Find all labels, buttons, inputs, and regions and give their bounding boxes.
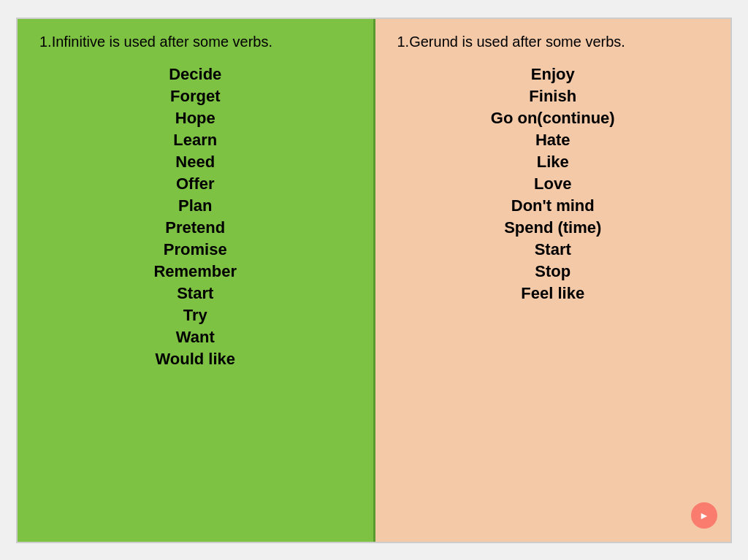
left-verb-item: Try [183,306,207,325]
left-verb-item: Plan [178,196,212,215]
right-verb-item: Start [535,240,571,259]
right-verb-item: Like [537,153,569,172]
left-verb-item: Decide [169,65,221,84]
right-verb-item: Love [534,174,571,193]
left-verb-item: Promise [164,240,227,259]
left-verb-item: Forget [170,87,220,106]
left-verb-item: Need [175,153,215,172]
left-verb-list: DecideForgetHopeLearnNeedOfferPlanPreten… [39,65,351,369]
slide-indicator: ► [691,502,717,529]
right-verb-item: Feel like [521,284,584,303]
left-column: 1.Infinitive is used after some verbs. D… [18,19,375,542]
right-column: 1.Gerund is used after some verbs. Enjoy… [375,19,731,542]
right-verb-item: Enjoy [531,65,575,84]
right-verb-item: Go on(continue) [491,109,615,128]
slide-container: 1.Infinitive is used after some verbs. D… [16,18,732,543]
left-verb-item: Hope [175,109,215,128]
right-verb-item: Stop [535,262,570,281]
right-verb-item: Finish [529,87,576,106]
slide-wrapper: 1.Infinitive is used after some verbs. D… [16,18,732,543]
right-header: 1.Gerund is used after some verbs. [397,34,709,50]
left-verb-item: Want [176,328,215,347]
left-verb-item: Would like [155,350,235,369]
two-column-layout: 1.Infinitive is used after some verbs. D… [18,19,730,542]
left-header: 1.Infinitive is used after some verbs. [39,34,351,50]
right-verb-item: Hate [535,131,570,150]
left-verb-item: Start [177,284,213,303]
left-verb-item: Learn [173,131,217,150]
right-verb-item: Spend (time) [504,218,601,237]
left-verb-item: Remember [153,262,237,281]
right-verb-list: EnjoyFinishGo on(continue)HateLikeLoveDo… [397,65,709,303]
right-verb-item: Don't mind [511,196,595,215]
left-verb-item: Offer [176,174,215,193]
left-verb-item: Pretend [165,218,225,237]
